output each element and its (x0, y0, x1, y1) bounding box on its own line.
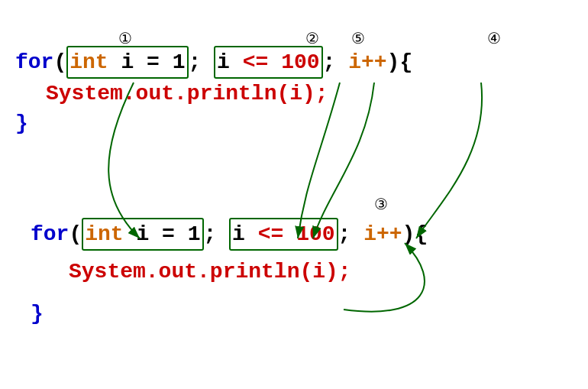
bottom-for-keyword: for (31, 222, 69, 246)
top-int-keyword: int (69, 50, 108, 74)
top-cond-op: <= (243, 50, 269, 74)
top-init-box: int i = 1 (66, 46, 188, 79)
label-4: ④ (487, 29, 501, 47)
bottom-open-paren: ( (69, 222, 82, 246)
bottom-init-eq: = (162, 222, 188, 246)
bottom-close-brace: } (31, 299, 428, 329)
bottom-init-var: i (124, 222, 162, 246)
label-3: ③ (374, 195, 388, 213)
bottom-code-block: for(int i = 1; i <= 100; i++){ System.ou… (31, 218, 428, 329)
top-semi1: ; (189, 50, 215, 74)
top-cond-box: i <= 100 (214, 46, 322, 79)
top-init-val: 1 (173, 50, 186, 74)
bottom-init-val: 1 (188, 222, 201, 246)
top-for-line: for(int i = 1; i <= 100; i++){ (15, 46, 412, 79)
bottom-brace-text: } (31, 302, 44, 326)
bottom-cond-box: i <= 100 (229, 218, 338, 251)
top-println-line: System.out.println(i); (15, 79, 412, 109)
label-2: ② (305, 29, 319, 47)
top-close-paren: ){ (387, 50, 413, 74)
bottom-cond-val: 100 (283, 222, 334, 246)
bottom-int-keyword: int (85, 222, 123, 246)
top-brace-text: } (15, 112, 28, 135)
label-5: ⑤ (351, 29, 365, 47)
bottom-close-paren: ){ (402, 222, 428, 246)
top-semi2: ; (323, 50, 349, 74)
top-init-eq: = (147, 50, 173, 74)
bottom-cond-var: i (232, 222, 258, 246)
bottom-println-text: System.out.println(i); (69, 260, 351, 284)
bottom-cond-op: <= (258, 222, 284, 246)
top-for-keyword: for (15, 50, 53, 74)
label-1: ① (118, 29, 132, 47)
arrow-increment (416, 83, 482, 238)
bottom-println-line: System.out.println(i); (31, 257, 428, 287)
bottom-semi1: ; (204, 222, 230, 246)
top-cond-var: i (217, 50, 243, 74)
top-close-brace: } (15, 109, 412, 138)
top-init-var: i (108, 50, 147, 74)
bottom-for-line: for(int i = 1; i <= 100; i++){ (31, 218, 428, 251)
bottom-increment: i++ (363, 222, 402, 246)
top-println-text: System.out.println(i); (46, 82, 328, 105)
top-increment: i++ (348, 50, 386, 74)
main-container: ① ② ⑤ ④ for(int i = 1; i <= 100; i++){ S… (0, 0, 588, 389)
bottom-semi2: ; (338, 222, 364, 246)
bottom-init-box: int i = 1 (82, 218, 203, 251)
top-code-block: for(int i = 1; i <= 100; i++){ System.ou… (15, 46, 412, 139)
top-open-paren: ( (53, 50, 66, 74)
top-cond-val: 100 (268, 50, 319, 74)
